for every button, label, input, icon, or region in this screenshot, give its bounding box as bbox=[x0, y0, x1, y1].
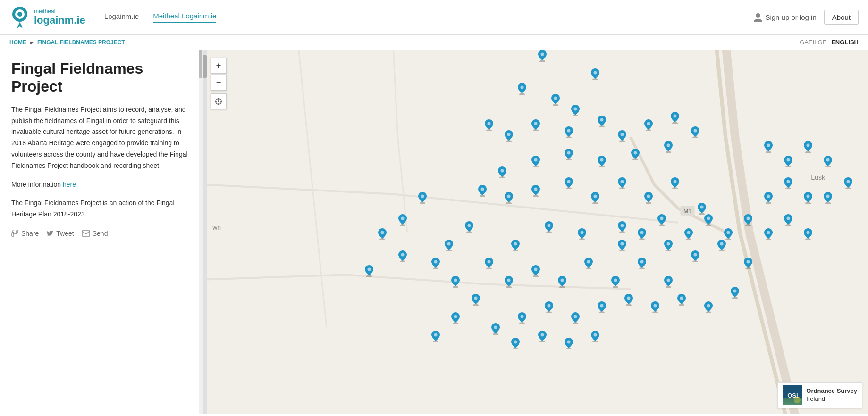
main-nav: Logainm.ie Meitheal Logainm.ie bbox=[104, 12, 217, 23]
share-icon bbox=[11, 230, 19, 237]
user-icon bbox=[754, 13, 762, 22]
breadcrumb-home[interactable]: HOME bbox=[9, 39, 26, 46]
lang-english[interactable]: ENGLISH bbox=[831, 39, 859, 46]
osi-badge: OSi Ordnance Survey Ireland bbox=[777, 382, 862, 408]
location-icon bbox=[215, 98, 222, 105]
svg-rect-6 bbox=[203, 50, 868, 414]
share-button[interactable]: Share bbox=[11, 230, 39, 237]
map-area[interactable]: M1 Lusk wn + − bbox=[203, 50, 868, 414]
sign-in-button[interactable]: Sign up or log in bbox=[754, 13, 816, 22]
sidebar-scrollbar[interactable] bbox=[199, 50, 202, 414]
nav-meitheal[interactable]: Meitheal Logainm.ie bbox=[153, 12, 216, 23]
breadcrumb: HOME ► FINGAL FIELDNAMES PROJECT GAEILGE… bbox=[0, 35, 868, 50]
nav-logainm[interactable]: Logainm.ie bbox=[104, 12, 139, 22]
sidebar: Fingal Fieldnames Project The Fingal Fie… bbox=[0, 50, 203, 414]
svg-text:wn: wn bbox=[212, 224, 221, 231]
map-background: M1 Lusk wn bbox=[203, 50, 868, 414]
zoom-in-button[interactable]: + bbox=[211, 58, 227, 74]
tweet-button[interactable]: Tweet bbox=[46, 230, 74, 237]
language-switcher: GAEILGE ENGLISH bbox=[800, 39, 859, 46]
send-button[interactable]: Send bbox=[82, 230, 108, 237]
breadcrumb-current: FINGAL FIELDNAMES PROJECT bbox=[37, 39, 125, 46]
header-right: Sign up or log in About bbox=[754, 10, 859, 25]
sidebar-scrollbar-thumb bbox=[199, 50, 202, 78]
logo-logainm: logainm.ie bbox=[34, 15, 85, 26]
more-info: More information here bbox=[11, 179, 191, 191]
main-content: Fingal Fieldnames Project The Fingal Fie… bbox=[0, 50, 868, 414]
about-button[interactable]: About bbox=[824, 10, 859, 25]
location-button[interactable] bbox=[211, 93, 227, 109]
logo-link[interactable]: meitheal logainm.ie bbox=[9, 6, 85, 29]
svg-point-3 bbox=[756, 13, 760, 18]
svg-text:M1: M1 bbox=[683, 208, 691, 215]
logo-icon bbox=[9, 6, 30, 29]
map-controls: + − bbox=[211, 58, 227, 109]
email-icon bbox=[82, 230, 90, 237]
svg-rect-5 bbox=[82, 231, 90, 236]
zoom-out-button[interactable]: − bbox=[211, 75, 227, 91]
more-info-link[interactable]: here bbox=[63, 181, 76, 188]
svg-point-2 bbox=[17, 12, 22, 17]
svg-text:Lusk: Lusk bbox=[811, 174, 826, 181]
svg-point-192 bbox=[218, 100, 219, 102]
osi-text: Ordnance Survey Ireland bbox=[806, 387, 857, 403]
map-scrollbar[interactable] bbox=[203, 50, 207, 414]
osi-logo: OSi bbox=[783, 385, 802, 405]
heritage-plan-text: The Fingal Fieldnames Project is an acti… bbox=[11, 198, 191, 220]
twitter-icon bbox=[46, 230, 54, 237]
project-title: Fingal Fieldnames Project bbox=[11, 59, 191, 96]
map-scrollbar-thumb bbox=[203, 55, 207, 78]
lang-irish[interactable]: GAEILGE bbox=[800, 39, 826, 46]
breadcrumb-separator: ► bbox=[29, 40, 34, 45]
project-description: The Fingal Fieldnames Project aims to re… bbox=[11, 104, 191, 172]
breadcrumb-nav: HOME ► FINGAL FIELDNAMES PROJECT bbox=[9, 39, 125, 46]
header: meitheal logainm.ie Logainm.ie Meitheal … bbox=[0, 0, 868, 35]
social-share: Share Tweet Send bbox=[11, 230, 191, 237]
osi-abbrev: OSi bbox=[787, 392, 798, 399]
